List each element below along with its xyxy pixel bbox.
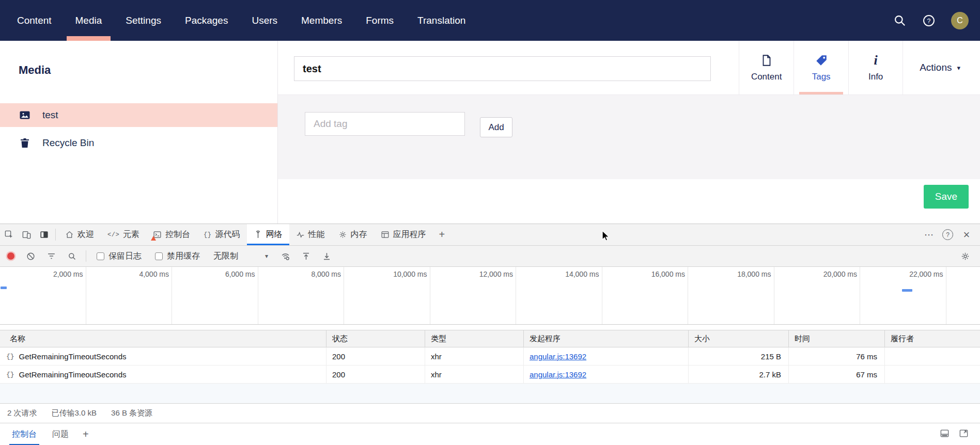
actions-dropdown[interactable]: Actions ▾ (903, 41, 980, 94)
request-name-cell[interactable]: {} GetRemainingTimeoutSeconds (0, 347, 326, 365)
help-icon[interactable]: ? (922, 14, 936, 27)
column-header-fulfilled-by[interactable]: 履行者 (885, 330, 980, 347)
add-tag-input[interactable] (305, 112, 465, 136)
document-icon (760, 54, 773, 67)
timeline-request-bar (1, 287, 7, 289)
performance-icon (296, 230, 305, 239)
application-icon (381, 230, 390, 239)
tab-label: 内存 (351, 229, 367, 240)
network-antenna-icon (254, 230, 262, 239)
network-conditions-icon[interactable] (276, 251, 294, 261)
devtools-tabbar: 欢迎 </> 元素 控制台 {} 源代码 网络 性能 (0, 224, 980, 246)
devtools-tab-console[interactable]: 控制台 (146, 224, 197, 245)
media-name-input[interactable] (294, 56, 711, 81)
nav-item-forms[interactable]: Forms (354, 0, 406, 41)
timeline-label: 2,000 ms (53, 270, 83, 278)
request-fulfilled-cell (885, 365, 980, 383)
drawer-tab-issues[interactable]: 问题 (44, 423, 76, 445)
request-size-cell: 2.7 kB (689, 365, 789, 383)
network-summary-bar: 2 次请求 已传输3.0 kB 36 B 条资源 (0, 403, 980, 423)
column-header-name[interactable]: 名称 (0, 330, 326, 347)
devtools-tab-memory[interactable]: 内存 (332, 224, 374, 245)
export-har-icon[interactable] (318, 251, 335, 261)
tree-item-test[interactable]: test (0, 103, 277, 127)
network-request-row[interactable]: {} GetRemainingTimeoutSeconds 200 xhr an… (0, 365, 980, 384)
nav-item-packages[interactable]: Packages (173, 0, 240, 41)
timeline-label: 8,000 ms (311, 270, 341, 278)
tab-label: 网络 (266, 229, 283, 240)
add-tool-icon[interactable]: + (433, 224, 452, 245)
search-icon[interactable] (893, 14, 907, 27)
column-header-type[interactable]: 类型 (425, 330, 524, 347)
column-header-time[interactable]: 时间 (789, 330, 885, 347)
timeline-label: 16,000 ms (651, 270, 685, 278)
devtools-help-icon[interactable]: ? (942, 229, 953, 240)
tab-label: Info (868, 72, 883, 82)
toolbar-divider (86, 250, 86, 262)
nav-item-users[interactable]: Users (240, 0, 289, 41)
network-request-row[interactable]: {} GetRemainingTimeoutSeconds 200 xhr an… (0, 347, 980, 365)
media-tree: test Recycle Bin (0, 103, 277, 155)
devtools-tabbar-right: ⋯ ? × (921, 224, 980, 245)
timeline-label: 18,000 ms (737, 270, 771, 278)
inspect-icon[interactable] (0, 224, 18, 245)
device-toolbar-icon[interactable] (18, 224, 35, 245)
memory-gear-icon (338, 230, 347, 239)
initiator-link[interactable]: angular.js:13692 (530, 370, 586, 379)
timeline-request-bar (902, 289, 912, 292)
dock-side-icon[interactable] (35, 224, 53, 245)
request-time-cell: 76 ms (789, 347, 885, 365)
tab-info[interactable]: i Info (848, 41, 903, 94)
avatar[interactable]: C (951, 12, 969, 29)
column-header-size[interactable]: 大小 (689, 330, 789, 347)
save-button[interactable]: Save (924, 185, 969, 209)
tab-tags[interactable]: Tags (794, 41, 848, 94)
column-header-status[interactable]: 状态 (326, 330, 425, 347)
caret-down-icon: ▾ (957, 64, 960, 72)
request-size-cell: 215 B (689, 347, 789, 365)
disable-cache-checkbox[interactable]: 禁用缓存 (150, 251, 205, 262)
editor-tabs: Content Tags i Info Actions ▾ (739, 41, 980, 94)
devtools-tab-network[interactable]: 网络 (247, 224, 289, 245)
devtools-tab-elements[interactable]: </> 元素 (101, 224, 146, 245)
devtools-tab-performance[interactable]: 性能 (289, 224, 332, 245)
record-button[interactable] (7, 252, 14, 260)
drawer-expand-icon[interactable] (959, 428, 969, 440)
search-network-icon[interactable] (63, 251, 81, 261)
tab-label: 性能 (308, 229, 325, 240)
add-drawer-tab-icon[interactable]: + (76, 423, 95, 445)
throttling-select[interactable]: 无限制 ▾ (208, 251, 273, 262)
close-devtools-icon[interactable]: × (958, 228, 975, 242)
sources-icon: {} (204, 231, 211, 239)
error-badge-icon (151, 236, 156, 241)
devtools-tab-welcome[interactable]: 欢迎 (58, 224, 101, 245)
drawer-right-icons (940, 423, 976, 445)
tree-item-recycle-bin[interactable]: Recycle Bin (0, 131, 277, 155)
tab-label: Content (751, 72, 782, 82)
nav-item-translation[interactable]: Translation (406, 0, 477, 41)
initiator-link[interactable]: angular.js:13692 (530, 352, 586, 361)
checkbox-label: 保留日志 (108, 251, 142, 262)
clear-icon[interactable] (22, 251, 39, 261)
network-table-header: 名称 状态 类型 发起程序 大小 时间 履行者 (0, 330, 980, 347)
drawer-dock-icon[interactable] (940, 428, 950, 440)
nav-item-settings[interactable]: Settings (114, 0, 173, 41)
import-har-icon[interactable] (297, 251, 315, 261)
network-timeline-overview[interactable]: 2,000 ms 4,000 ms 6,000 ms 8,000 ms 10,0… (0, 267, 980, 325)
tree-item-label: Recycle Bin (42, 137, 94, 149)
request-name-cell[interactable]: {} GetRemainingTimeoutSeconds (0, 365, 326, 383)
drawer-tab-console[interactable]: 控制台 (4, 423, 44, 445)
preserve-log-checkbox[interactable]: 保留日志 (91, 251, 147, 262)
nav-item-members[interactable]: Members (289, 0, 354, 41)
nav-item-media[interactable]: Media (64, 0, 114, 41)
devtools-tab-sources[interactable]: {} 源代码 (197, 224, 246, 245)
more-options-icon[interactable]: ⋯ (921, 229, 937, 241)
tab-content[interactable]: Content (739, 41, 794, 94)
filter-icon[interactable] (42, 251, 60, 261)
column-header-initiator[interactable]: 发起程序 (524, 330, 689, 347)
add-tag-button[interactable]: Add (480, 117, 512, 137)
checkbox-icon (155, 252, 163, 260)
devtools-tab-application[interactable]: 应用程序 (374, 224, 433, 245)
network-settings-gear-icon[interactable] (956, 251, 974, 261)
nav-item-content[interactable]: Content (5, 0, 64, 41)
